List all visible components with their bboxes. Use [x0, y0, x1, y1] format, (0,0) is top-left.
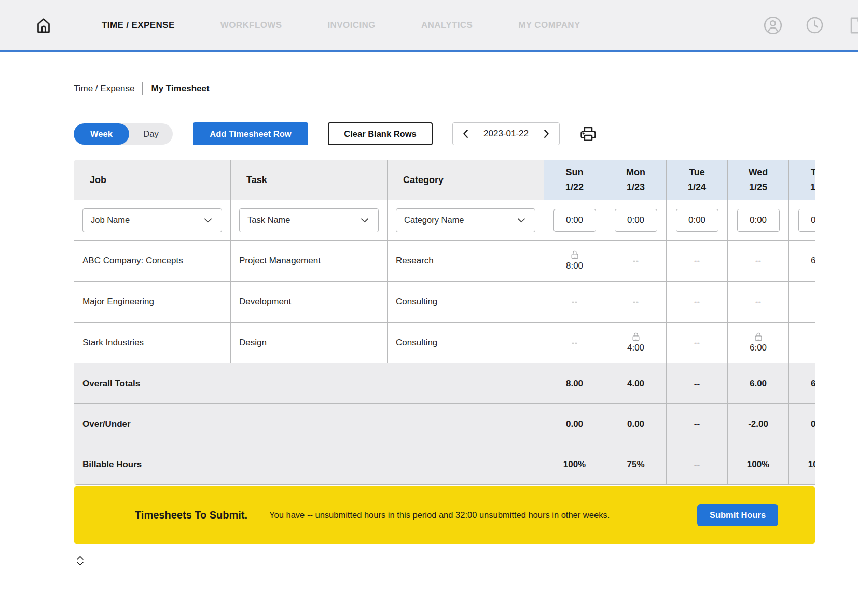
new-entry-row: Job Name Task Name Category Name: [74, 200, 816, 241]
toggle-day-button[interactable]: Day: [129, 123, 173, 145]
add-timesheet-row-button[interactable]: Add Timesheet Row: [193, 122, 308, 145]
time-cell[interactable]: --: [605, 241, 667, 282]
banner-title: Timesheets To Submit.: [135, 509, 247, 521]
total-value: -2.00: [728, 404, 789, 444]
time-cell-locked[interactable]: 4:00: [605, 323, 667, 363]
time-entry-input-thu[interactable]: [798, 209, 816, 232]
task-cell: Project Management: [231, 241, 388, 282]
column-header-mon: Mon 1/23: [605, 160, 667, 200]
total-value: 0.00: [789, 404, 816, 444]
billable-hours-row: Billable Hours 100% 75% -- 100% 100%: [74, 444, 816, 485]
column-header-job: Job: [74, 160, 231, 200]
time-cell[interactable]: --: [667, 282, 728, 323]
clear-blank-rows-button[interactable]: Clear Blank Rows: [328, 122, 433, 145]
time-cell[interactable]: --: [728, 282, 789, 323]
column-header-category: Category: [388, 160, 544, 200]
job-cell: Stark Industries: [74, 323, 231, 363]
breadcrumb-current-page: My Timesheet: [151, 83, 209, 94]
total-value: 0.00: [605, 404, 667, 444]
total-value: 6.00: [789, 363, 816, 404]
overall-totals-row: Overall Totals 8.00 4.00 -- 6.00 6.00: [74, 363, 816, 404]
banner-message: You have -- unsubmitted hours in this pe…: [269, 510, 610, 520]
nav-item-analytics[interactable]: ANALYTICS: [421, 20, 473, 31]
timesheet-row: Stark Industries Design Consulting -- 4:…: [74, 323, 816, 363]
nav-item-time-expense[interactable]: TIME / EXPENSE: [102, 20, 175, 31]
timesheet-toolbar: Week Day Add Timesheet Row Clear Blank R…: [74, 122, 858, 145]
time-cell[interactable]: [789, 282, 816, 323]
timesheet-row: Major Engineering Development Consulting…: [74, 282, 816, 323]
next-week-button[interactable]: [541, 128, 552, 139]
home-button[interactable]: [34, 16, 53, 35]
top-nav: TIME / EXPENSE WORKFLOWS INVOICING ANALY…: [0, 0, 858, 52]
chevron-down-icon: [359, 215, 370, 226]
totals-row-label: Billable Hours: [74, 444, 544, 485]
chevron-right-icon: [541, 128, 552, 139]
timesheet-row: ABC Company: Concepts Project Management…: [74, 241, 816, 282]
nav-menu: TIME / EXPENSE WORKFLOWS INVOICING ANALY…: [102, 20, 626, 31]
time-entry-input-sun[interactable]: [553, 209, 596, 232]
total-value: 100%: [728, 444, 789, 485]
total-value: 8.00: [544, 363, 605, 404]
time-cell[interactable]: --: [544, 282, 605, 323]
time-entry-input-wed[interactable]: [737, 209, 780, 232]
time-cell[interactable]: --: [667, 323, 728, 363]
time-cell[interactable]: --: [728, 241, 789, 282]
unfold-icon: [75, 555, 85, 567]
lock-icon: [754, 332, 763, 341]
task-cell: Development: [231, 282, 388, 323]
category-cell: Consulting: [388, 282, 544, 323]
total-value: --: [667, 363, 728, 404]
submit-hours-button[interactable]: Submit Hours: [697, 504, 778, 526]
job-cell: ABC Company: Concepts: [74, 241, 231, 282]
clock-icon: [806, 16, 824, 34]
time-cell-locked[interactable]: 8:00: [544, 241, 605, 282]
job-cell: Major Engineering: [74, 282, 231, 323]
home-icon: [34, 16, 53, 35]
time-entry-input-tue[interactable]: [676, 209, 718, 232]
user-icon: [763, 16, 783, 35]
nav-item-invoicing[interactable]: INVOICING: [328, 20, 376, 31]
totals-row-label: Over/Under: [74, 404, 544, 444]
toggle-week-button[interactable]: Week: [74, 123, 129, 145]
timesheets-to-submit-banner: Timesheets To Submit. You have -- unsubm…: [74, 486, 815, 544]
time-cell-locked[interactable]: 6:00: [728, 323, 789, 363]
total-value: --: [667, 444, 728, 485]
category-cell: Consulting: [388, 323, 544, 363]
column-header-tue: Tue 1/24: [667, 160, 728, 200]
chevron-down-icon: [202, 215, 214, 226]
time-history-button[interactable]: [806, 16, 824, 34]
table-header-row: Job Task Category Sun 1/22 Mon 1/23 Tue …: [74, 160, 816, 200]
time-cell[interactable]: --: [667, 241, 728, 282]
nav-item-my-company[interactable]: MY COMPANY: [518, 20, 580, 31]
breadcrumb: Time / Expense My Timesheet: [74, 82, 858, 95]
nav-divider: [743, 11, 743, 39]
total-value: 100%: [544, 444, 605, 485]
time-cell[interactable]: [789, 323, 816, 363]
previous-week-button[interactable]: [460, 128, 472, 139]
total-value: 100%: [789, 444, 816, 485]
column-header-wed: Wed 1/25: [728, 160, 789, 200]
breadcrumb-section[interactable]: Time / Expense: [74, 83, 134, 94]
current-date[interactable]: 2023-01-22: [483, 129, 529, 139]
date-navigator: 2023-01-22: [452, 122, 560, 145]
document-icon: [847, 16, 858, 35]
time-cell[interactable]: --: [544, 323, 605, 363]
documents-button[interactable]: [847, 16, 858, 35]
over-under-row: Over/Under 0.00 0.00 -- -2.00 0.00: [74, 404, 816, 444]
print-icon: [579, 125, 597, 143]
user-profile-button[interactable]: [763, 16, 783, 35]
expand-collapse-handle[interactable]: [75, 555, 85, 567]
time-cell[interactable]: --: [605, 282, 667, 323]
category-name-select[interactable]: Category Name: [396, 208, 535, 232]
total-value: 0.00: [544, 404, 605, 444]
time-entry-input-mon[interactable]: [615, 209, 657, 232]
lock-icon: [571, 250, 579, 259]
nav-item-workflows[interactable]: WORKFLOWS: [220, 20, 282, 31]
print-button[interactable]: [579, 125, 597, 143]
totals-row-label: Overall Totals: [74, 363, 544, 404]
time-cell[interactable]: 6:00: [789, 241, 816, 282]
chevron-left-icon: [460, 128, 472, 139]
job-name-select[interactable]: Job Name: [82, 208, 222, 232]
breadcrumb-divider: [142, 82, 143, 95]
task-name-select[interactable]: Task Name: [239, 208, 379, 232]
